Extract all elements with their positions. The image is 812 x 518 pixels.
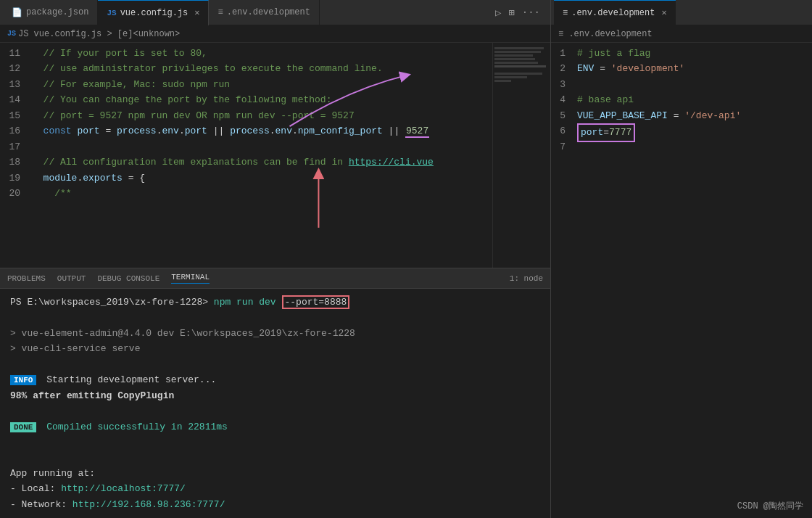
terminal-line-vue2: > vue-cli-service serve xyxy=(10,341,540,356)
run-icon[interactable]: ▷ xyxy=(495,7,501,19)
terminal-line-app: App running at: xyxy=(10,466,540,481)
right-panel: ≡ .env.development ✕ ≡ .env.development … xyxy=(551,0,812,518)
env-line-3 xyxy=(577,77,806,92)
tab-terminal[interactable]: TERMINAL xyxy=(171,273,210,284)
tab-problems[interactable]: PROBLEMS xyxy=(7,274,46,283)
terminal-line-network: - Network: http://192.168.98.236:7777/ xyxy=(10,497,540,512)
terminal-line-blank5 xyxy=(10,450,540,465)
tab-output[interactable]: OUTPUT xyxy=(57,274,86,283)
tab-package-json[interactable]: 📄 package.json xyxy=(3,0,98,25)
env-line-4: # base api xyxy=(577,92,806,107)
split-icon[interactable]: ⊞ xyxy=(508,7,514,19)
code-line-17 xyxy=(32,139,486,155)
tab-vue-config[interactable]: JS vue.config.js ✕ xyxy=(98,0,209,25)
right-line-numbers: 1 2 3 4 5 6 7 xyxy=(551,43,571,518)
env-line-5: VUE_APP_BASE_API = '/dev-api' xyxy=(577,108,806,123)
node-label: 1: node xyxy=(510,274,543,283)
terminal-line-blank3 xyxy=(10,403,540,419)
right-env-icon: ≡ xyxy=(563,8,568,18)
terminal-line-info: INFO Starting development server... xyxy=(10,372,540,387)
terminal-line-blank6 xyxy=(10,512,540,518)
terminal-line-blank4 xyxy=(10,435,540,450)
code-line-18: // All configuration item explanations c… xyxy=(32,155,486,170)
code-line-20: /** xyxy=(32,186,486,201)
package-json-icon: 📄 xyxy=(12,7,22,18)
terminal-line-local: - Local: http://localhost:7777/ xyxy=(10,481,540,496)
right-code-lines: # just a flag ENV = 'development' # base… xyxy=(571,43,812,518)
vue-config-icon: JS xyxy=(107,9,116,17)
code-line-19: module.exports = { xyxy=(32,170,486,186)
terminal-line-prompt: PS E:\workspaces_2019\zx-fore-1228> npm … xyxy=(10,295,540,310)
env-line-2: ENV = 'development' xyxy=(577,61,806,76)
tab-actions: ▷ ⊞ ··· xyxy=(488,7,547,19)
env-dev-icon: ≡ xyxy=(218,7,223,17)
terminal-line-vue1: > vue-element-admin@4.4.0 dev E:\workspa… xyxy=(10,326,540,341)
watermark: CSDN @陶然同学 xyxy=(737,500,803,512)
right-tab-bar: ≡ .env.development ✕ xyxy=(551,0,812,25)
terminal-line-done: DONE Compiled successfully in 22811ms xyxy=(10,419,540,435)
code-lines: // If your port is set to 80, // use adm… xyxy=(26,43,492,268)
line-numbers: 11 12 13 14 15 16 17 18 19 20 xyxy=(0,43,26,268)
more-icon[interactable]: ··· xyxy=(522,7,540,19)
editor-main: 11 12 13 14 15 16 17 18 19 20 // If your… xyxy=(0,43,550,268)
code-line-11: // If your port is set to 80, xyxy=(32,46,486,61)
minimap xyxy=(492,43,550,268)
env-line-6: port=7777 xyxy=(577,123,806,141)
right-env-close[interactable]: ✕ xyxy=(661,7,666,18)
tab-debug-console[interactable]: DEBUG CONSOLE xyxy=(97,274,160,283)
tab-env-development[interactable]: ≡ .env.development xyxy=(209,0,319,25)
terminal-line-98: 98% after emitting CopyPlugin xyxy=(10,388,540,403)
terminal-tab-bar: PROBLEMS OUTPUT DEBUG CONSOLE TERMINAL 1… xyxy=(0,268,550,289)
terminal-panel: PROBLEMS OUTPUT DEBUG CONSOLE TERMINAL 1… xyxy=(0,268,550,518)
code-line-14: // You can change the port by the follow… xyxy=(32,92,486,107)
terminal-content[interactable]: PS E:\workspaces_2019\zx-fore-1228> npm … xyxy=(0,289,550,518)
code-line-16: const port = process.env.port || process… xyxy=(32,123,486,139)
code-line-13: // For example, Mac: sudo npm run xyxy=(32,77,486,92)
breadcrumb-left: JS JS vue.config.js > [e]<unknown> xyxy=(0,25,550,43)
code-line-12: // use administrator privileges to execu… xyxy=(32,61,486,76)
terminal-line-blank1 xyxy=(10,310,540,325)
env-line-1: # just a flag xyxy=(577,46,806,61)
code-line-15: // port = 9527 npm run dev OR npm run de… xyxy=(32,108,486,123)
vue-config-close[interactable]: ✕ xyxy=(194,7,199,18)
terminal-line-blank2 xyxy=(10,357,540,372)
left-panel: 📄 package.json JS vue.config.js ✕ ≡ .env… xyxy=(0,0,551,518)
right-tab-env[interactable]: ≡ .env.development ✕ xyxy=(554,0,676,25)
env-line-7 xyxy=(577,142,806,157)
tab-bar: 📄 package.json JS vue.config.js ✕ ≡ .env… xyxy=(0,0,550,25)
right-editor: 1 2 3 4 5 6 7 # just a flag ENV = 'devel… xyxy=(551,43,812,518)
code-area: 11 12 13 14 15 16 17 18 19 20 // If your… xyxy=(0,43,492,268)
right-breadcrumb: ≡ .env.development xyxy=(551,25,812,43)
